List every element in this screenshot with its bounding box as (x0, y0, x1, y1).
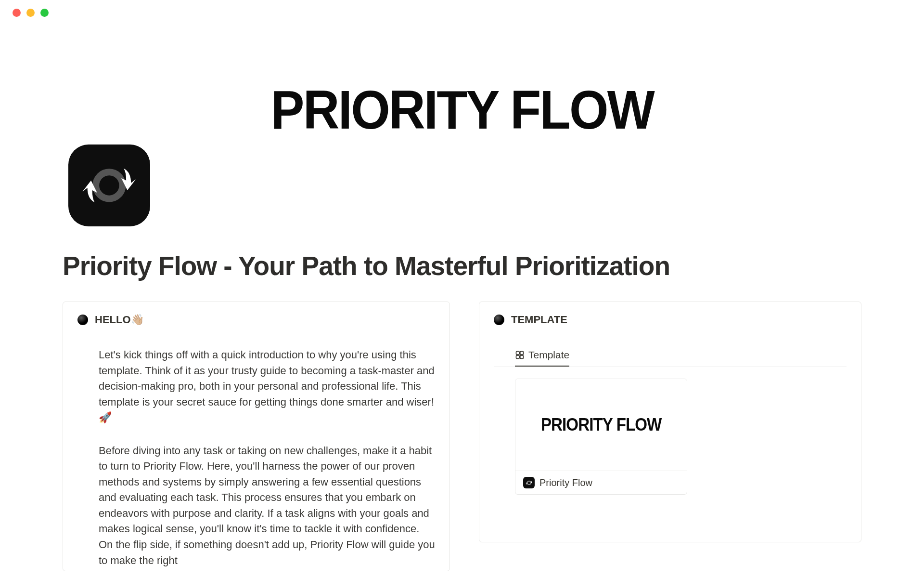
hero-banner: PRIORITY FLOW (0, 25, 924, 141)
template-preview-label: Priority Flow (539, 477, 592, 488)
hello-paragraph-2: Before diving into any task or taking on… (99, 443, 435, 568)
window-titlebar (0, 0, 924, 25)
hello-heading: HELLO👋🏼 (95, 314, 144, 326)
svg-point-0 (96, 172, 122, 198)
template-preview-thumbnail: PRIORITY FLOW (515, 379, 687, 471)
svg-rect-4 (520, 355, 524, 359)
maximize-window-button[interactable] (40, 9, 49, 17)
svg-rect-2 (520, 352, 524, 355)
svg-rect-1 (516, 352, 519, 355)
page-title: Priority Flow - Your Path to Masterful P… (63, 250, 861, 281)
dot-icon (77, 315, 88, 325)
hero-title: PRIORITY FLOW (270, 78, 653, 141)
priority-flow-icon (523, 477, 535, 488)
minimize-window-button[interactable] (26, 9, 35, 17)
template-heading: TEMPLATE (511, 314, 567, 326)
template-preview-title: PRIORITY FLOW (541, 415, 662, 435)
tab-template[interactable]: Template (515, 349, 569, 367)
close-window-button[interactable] (13, 9, 21, 17)
hello-paragraph-1: Let's kick things off with a quick intro… (99, 347, 435, 426)
template-preview-card[interactable]: PRIORITY FLOW Priority Flow (515, 379, 687, 495)
template-callout: TEMPLATE Template P (479, 302, 861, 542)
priority-flow-icon (79, 155, 140, 216)
svg-rect-3 (516, 355, 519, 359)
hello-body: Let's kick things off with a quick intro… (77, 347, 435, 568)
page-icon[interactable] (68, 144, 150, 226)
gallery-view-icon (515, 350, 525, 360)
hello-callout: HELLO👋🏼 Let's kick things off with a qui… (63, 302, 450, 571)
dot-icon (494, 315, 504, 325)
tab-template-label: Template (528, 349, 569, 361)
svg-point-5 (527, 481, 530, 484)
